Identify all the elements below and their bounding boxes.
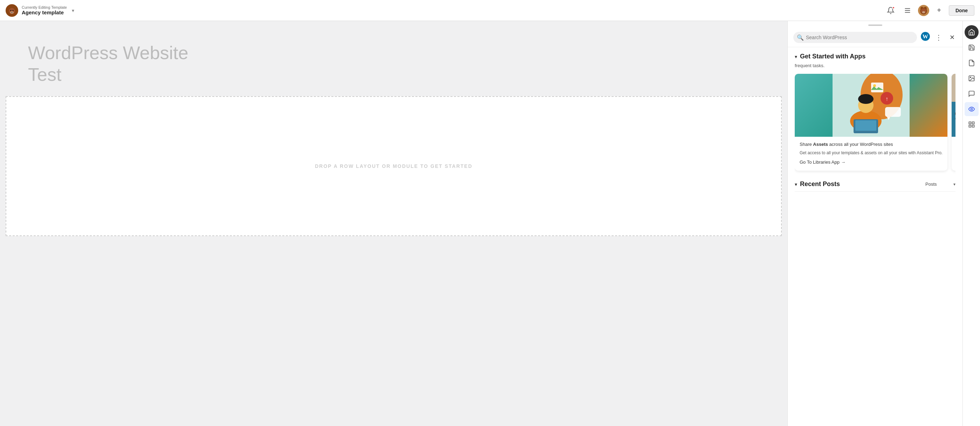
card-body-1: Share Assets across all your WordPress s… [795,137,947,169]
cards-row: ↑ Share Assets across all your Wo [795,74,956,173]
eye-icon-button[interactable] [964,102,978,116]
svg-rect-29 [871,82,883,92]
page-title-line2: Test [28,64,759,86]
recent-posts-title: Recent Posts [800,181,923,188]
svg-point-7 [11,12,12,13]
comment-icon-button[interactable] [964,87,978,101]
page-title: WordPress Website Test [28,42,759,86]
svg-point-5 [10,10,11,11]
get-started-section-header: ▾ Get Started with Apps [795,53,956,60]
svg-point-22 [858,94,873,104]
page-title-line1: WordPress Website [28,42,759,64]
svg-text:W: W [923,33,929,40]
panel-search-wrap: 🔍 [793,32,917,43]
drop-zone-text: DROP A ROW LAYOUT OR MODULE TO GET START… [315,163,473,169]
svg-rect-40 [969,122,971,124]
svg-rect-43 [972,125,974,127]
grid-icon-button[interactable] [964,117,978,131]
card-libraries[interactable]: ↑ Share Assets across all your Wo [795,74,947,171]
search-icon: 🔍 [797,34,804,41]
card-link-1[interactable]: Go To Libraries App → [800,160,942,165]
topbar-title-block: Currently Editing Template Agency templa… [22,5,67,15]
topbar: Currently Editing Template Agency templa… [0,0,980,21]
image-icon-button[interactable] [964,71,978,86]
home-icon-button[interactable] [964,25,978,39]
template-name: Agency template [22,10,67,15]
section-description: frequent tasks. [795,63,956,68]
recent-posts-select[interactable]: Posts Pages Templates [925,182,952,187]
page-title-area: WordPress Website Test [0,21,788,96]
svg-point-6 [13,10,14,11]
panel-content: ▾ Get Started with Apps frequent tasks. [788,47,963,426]
panel-close-button[interactable]: ✕ [947,33,957,42]
card-illustration-2 [951,74,956,137]
topbar-logo[interactable] [6,4,18,17]
panel-more-button[interactable]: ⋮ [934,33,943,42]
notification-dot [892,6,895,9]
card-illustration-1: ↑ [795,74,947,137]
editing-label: Currently Editing Template [22,5,67,10]
svg-point-38 [970,77,971,78]
user-avatar[interactable] [918,5,929,16]
svg-point-15 [922,11,925,13]
panel-drag-handle[interactable] [868,24,882,26]
notifications-button[interactable] [885,4,897,17]
svg-text:↑: ↑ [885,96,888,102]
wordpress-icon[interactable]: W [920,32,930,43]
done-button[interactable]: Done [949,5,974,16]
main-layout: WordPress Website Test DROP A ROW LAYOUT… [0,21,980,426]
save-icon-button[interactable] [964,41,978,55]
recent-posts-section: ▾ Recent Posts Posts Pages Templates ▾ [795,181,956,192]
side-icons-bar [963,21,980,426]
svg-rect-24 [855,120,876,131]
topbar-left: Currently Editing Template Agency templa… [6,4,885,17]
page-icon-button[interactable] [964,56,978,70]
panel-topbar: 🔍 W ⋮ ✕ [788,28,963,47]
canvas-area: WordPress Website Test DROP A ROW LAYOUT… [0,21,788,426]
drop-zone[interactable]: DROP A ROW LAYOUT OR MODULE TO GET START… [6,96,782,236]
card-desc-1: Get access to all your templates & asset… [800,150,942,156]
right-panel: 🔍 W ⋮ ✕ ▾ Get Started with Apps frequent… [788,21,963,426]
svg-rect-33 [951,102,956,137]
list-view-button[interactable] [901,4,914,17]
recent-posts-header: ▾ Recent Posts Posts Pages Templates ▾ [795,181,956,192]
topbar-right: + Done [885,4,974,17]
add-button[interactable]: + [934,5,945,16]
list-icon [904,6,912,14]
svg-rect-41 [972,122,974,124]
svg-point-39 [970,108,972,110]
card-body-2: Find The co... and mo... [951,137,956,171]
get-started-title: Get Started with Apps [800,53,865,60]
recent-select-chevron: ▾ [953,182,956,187]
svg-rect-27 [885,107,901,117]
card-find[interactable]: Find The co... and mo... [951,74,956,171]
recent-collapse-chevron[interactable]: ▾ [795,182,797,187]
svg-point-30 [873,84,876,87]
recent-select-wrap: Posts Pages Templates ▾ [925,182,956,187]
canvas-inner: WordPress Website Test DROP A ROW LAYOUT… [0,21,788,236]
svg-rect-42 [969,125,971,127]
avatar-icon [919,6,929,15]
panel-search-input[interactable] [793,32,917,43]
topbar-dropdown-chevron[interactable]: ▾ [72,8,74,13]
card-teaser-1: Share Assets across all your WordPress s… [800,142,942,147]
section-collapse-chevron[interactable]: ▾ [795,54,797,59]
